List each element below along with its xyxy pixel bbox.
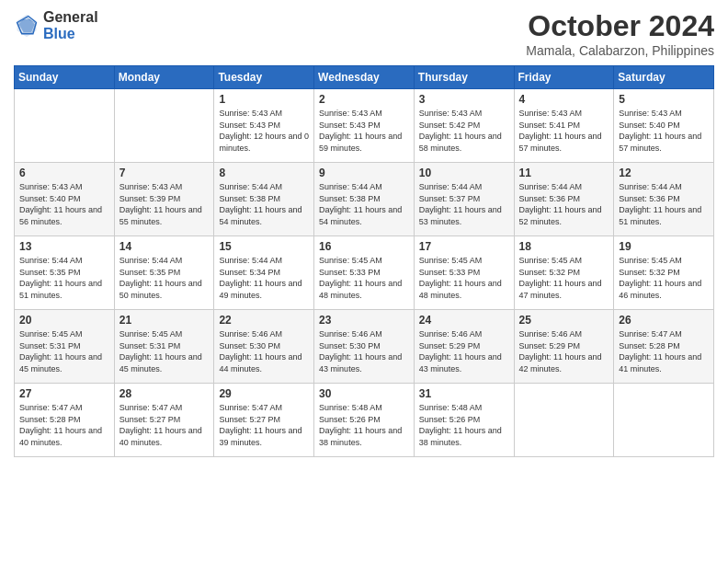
day-info: Sunrise: 5:45 AMSunset: 5:33 PMDaylight:… [319, 255, 409, 301]
weekday-header-cell: Sunday [15, 66, 115, 89]
calendar-day-cell [514, 384, 614, 457]
day-info: Sunrise: 5:44 AMSunset: 5:38 PMDaylight:… [219, 181, 309, 227]
calendar-day-cell: 8Sunrise: 5:44 AMSunset: 5:38 PMDaylight… [214, 163, 314, 236]
day-info: Sunrise: 5:47 AMSunset: 5:28 PMDaylight:… [19, 402, 109, 448]
day-number: 31 [419, 387, 509, 400]
calendar-day-cell: 26Sunrise: 5:47 AMSunset: 5:28 PMDayligh… [614, 310, 714, 384]
logo-text: General Blue [43, 9, 98, 41]
calendar-day-cell: 1Sunrise: 5:43 AMSunset: 5:43 PMDaylight… [214, 89, 314, 163]
calendar-day-cell: 11Sunrise: 5:44 AMSunset: 5:36 PMDayligh… [514, 163, 614, 236]
calendar-day-cell: 29Sunrise: 5:47 AMSunset: 5:27 PMDayligh… [214, 384, 314, 457]
day-number: 1 [219, 93, 309, 106]
day-info: Sunrise: 5:43 AMSunset: 5:39 PMDaylight:… [119, 181, 210, 227]
weekday-header-cell: Tuesday [214, 66, 314, 89]
calendar-day-cell: 6Sunrise: 5:43 AMSunset: 5:40 PMDaylight… [15, 163, 115, 236]
day-number: 16 [319, 240, 409, 253]
day-info: Sunrise: 5:44 AMSunset: 5:35 PMDaylight:… [19, 255, 109, 301]
calendar-week-row: 1Sunrise: 5:43 AMSunset: 5:43 PMDaylight… [15, 89, 714, 163]
day-info: Sunrise: 5:48 AMSunset: 5:26 PMDaylight:… [419, 402, 509, 448]
calendar-day-cell: 27Sunrise: 5:47 AMSunset: 5:28 PMDayligh… [15, 384, 115, 457]
day-number: 21 [119, 314, 210, 327]
day-number: 24 [419, 314, 509, 327]
day-info: Sunrise: 5:45 AMSunset: 5:32 PMDaylight:… [619, 255, 709, 301]
day-info: Sunrise: 5:48 AMSunset: 5:26 PMDaylight:… [319, 402, 409, 448]
day-info: Sunrise: 5:47 AMSunset: 5:28 PMDaylight:… [619, 328, 709, 374]
day-info: Sunrise: 5:44 AMSunset: 5:34 PMDaylight:… [219, 255, 309, 301]
day-number: 18 [519, 240, 609, 253]
day-info: Sunrise: 5:43 AMSunset: 5:42 PMDaylight:… [419, 108, 509, 154]
day-number: 5 [619, 93, 709, 106]
weekday-header-cell: Wednesday [314, 66, 415, 89]
day-info: Sunrise: 5:46 AMSunset: 5:30 PMDaylight:… [219, 328, 309, 374]
calendar-day-cell [15, 89, 115, 163]
calendar-day-cell: 2Sunrise: 5:43 AMSunset: 5:43 PMDaylight… [314, 89, 415, 163]
day-info: Sunrise: 5:44 AMSunset: 5:38 PMDaylight:… [319, 181, 409, 227]
calendar-day-cell: 14Sunrise: 5:44 AMSunset: 5:35 PMDayligh… [114, 236, 214, 310]
calendar-day-cell: 12Sunrise: 5:44 AMSunset: 5:36 PMDayligh… [614, 163, 714, 236]
calendar-day-cell: 5Sunrise: 5:43 AMSunset: 5:40 PMDaylight… [614, 89, 714, 163]
day-info: Sunrise: 5:46 AMSunset: 5:29 PMDaylight:… [519, 328, 609, 374]
day-number: 8 [219, 167, 309, 179]
calendar-week-row: 6Sunrise: 5:43 AMSunset: 5:40 PMDaylight… [15, 163, 714, 236]
day-info: Sunrise: 5:44 AMSunset: 5:35 PMDaylight:… [119, 255, 210, 301]
day-info: Sunrise: 5:47 AMSunset: 5:27 PMDaylight:… [119, 402, 210, 448]
day-number: 27 [19, 387, 109, 400]
calendar-day-cell: 24Sunrise: 5:46 AMSunset: 5:29 PMDayligh… [414, 310, 514, 384]
day-number: 9 [319, 167, 409, 179]
weekday-header-cell: Friday [514, 66, 614, 89]
calendar-table: SundayMondayTuesdayWednesdayThursdayFrid… [14, 65, 714, 457]
calendar-body: 1Sunrise: 5:43 AMSunset: 5:43 PMDaylight… [15, 89, 714, 457]
calendar-day-cell: 19Sunrise: 5:45 AMSunset: 5:32 PMDayligh… [614, 236, 714, 310]
calendar-week-row: 13Sunrise: 5:44 AMSunset: 5:35 PMDayligh… [15, 236, 714, 310]
calendar-day-cell [114, 89, 214, 163]
day-info: Sunrise: 5:44 AMSunset: 5:37 PMDaylight:… [419, 181, 509, 227]
day-info: Sunrise: 5:44 AMSunset: 5:36 PMDaylight:… [619, 181, 709, 227]
day-number: 6 [19, 167, 109, 179]
day-info: Sunrise: 5:46 AMSunset: 5:29 PMDaylight:… [419, 328, 509, 374]
day-number: 7 [119, 167, 210, 179]
day-number: 3 [419, 93, 509, 106]
calendar-day-cell: 23Sunrise: 5:46 AMSunset: 5:30 PMDayligh… [314, 310, 415, 384]
day-number: 25 [519, 314, 609, 327]
day-number: 28 [119, 387, 210, 400]
logo-general: General [43, 9, 98, 26]
day-info: Sunrise: 5:47 AMSunset: 5:27 PMDaylight:… [219, 402, 309, 448]
day-number: 26 [619, 314, 709, 327]
calendar-day-cell [614, 384, 714, 457]
calendar-day-cell: 28Sunrise: 5:47 AMSunset: 5:27 PMDayligh… [114, 384, 214, 457]
calendar-day-cell: 10Sunrise: 5:44 AMSunset: 5:37 PMDayligh… [414, 163, 514, 236]
day-info: Sunrise: 5:45 AMSunset: 5:31 PMDaylight:… [119, 328, 210, 374]
calendar-day-cell: 22Sunrise: 5:46 AMSunset: 5:30 PMDayligh… [214, 310, 314, 384]
day-number: 10 [419, 167, 509, 179]
calendar-day-cell: 20Sunrise: 5:45 AMSunset: 5:31 PMDayligh… [15, 310, 115, 384]
location-title: Mamala, Calabarzon, Philippines [526, 43, 714, 58]
day-number: 17 [419, 240, 509, 253]
day-info: Sunrise: 5:43 AMSunset: 5:40 PMDaylight:… [619, 108, 709, 154]
day-number: 15 [219, 240, 309, 253]
calendar-day-cell: 21Sunrise: 5:45 AMSunset: 5:31 PMDayligh… [114, 310, 214, 384]
day-number: 14 [119, 240, 210, 253]
calendar-week-row: 27Sunrise: 5:47 AMSunset: 5:28 PMDayligh… [15, 384, 714, 457]
day-number: 13 [19, 240, 109, 253]
header: General Blue October 2024 Mamala, Calaba… [14, 9, 714, 58]
day-info: Sunrise: 5:46 AMSunset: 5:30 PMDaylight:… [319, 328, 409, 374]
weekday-header-cell: Monday [114, 66, 214, 89]
calendar-day-cell: 9Sunrise: 5:44 AMSunset: 5:38 PMDaylight… [314, 163, 415, 236]
day-info: Sunrise: 5:44 AMSunset: 5:36 PMDaylight:… [519, 181, 609, 227]
month-title: October 2024 [526, 9, 714, 43]
calendar-day-cell: 16Sunrise: 5:45 AMSunset: 5:33 PMDayligh… [314, 236, 415, 310]
day-number: 30 [319, 387, 409, 400]
day-info: Sunrise: 5:45 AMSunset: 5:32 PMDaylight:… [519, 255, 609, 301]
weekday-header: SundayMondayTuesdayWednesdayThursdayFrid… [15, 66, 714, 89]
day-number: 20 [19, 314, 109, 327]
calendar-day-cell: 17Sunrise: 5:45 AMSunset: 5:33 PMDayligh… [414, 236, 514, 310]
day-number: 2 [319, 93, 409, 106]
calendar-week-row: 20Sunrise: 5:45 AMSunset: 5:31 PMDayligh… [15, 310, 714, 384]
page: General Blue October 2024 Mamala, Calaba… [0, 0, 728, 563]
logo: General Blue [14, 9, 98, 41]
logo-icon [14, 13, 40, 39]
calendar-day-cell: 15Sunrise: 5:44 AMSunset: 5:34 PMDayligh… [214, 236, 314, 310]
calendar-day-cell: 30Sunrise: 5:48 AMSunset: 5:26 PMDayligh… [314, 384, 415, 457]
calendar-day-cell: 13Sunrise: 5:44 AMSunset: 5:35 PMDayligh… [15, 236, 115, 310]
day-info: Sunrise: 5:45 AMSunset: 5:33 PMDaylight:… [419, 255, 509, 301]
